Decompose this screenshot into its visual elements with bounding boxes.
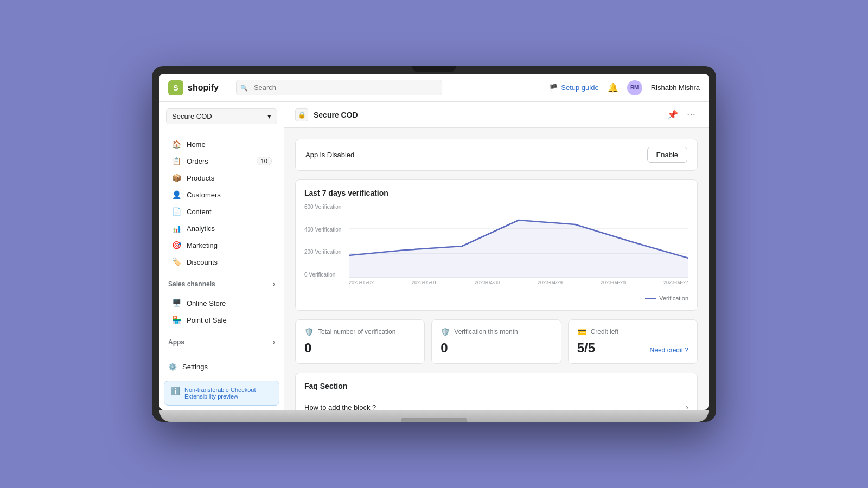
chart-svg [349, 204, 688, 278]
nav-label-products: Products [187, 174, 214, 182]
svg-marker-4 [349, 220, 688, 278]
sidebar-item-content[interactable]: 📄 Content [163, 203, 280, 220]
faq-question-1: How to add the block ? [304, 403, 376, 410]
stat-card-credit: 💳 Credit left 5/5 Need credit ? [568, 319, 698, 364]
nav-label-discounts: Discounts [187, 258, 218, 266]
topnav-right: 🏴 Setup guide 🔔 RM Rishabh Mishra [549, 80, 700, 95]
stat-value-row-credit: 5/5 Need credit ? [577, 341, 688, 356]
logo-icon: S [168, 80, 183, 95]
legend-line [645, 298, 656, 299]
need-credit-link[interactable]: Need credit ? [650, 346, 688, 354]
enable-button[interactable]: Enable [647, 147, 687, 163]
stat-card-total: 🛡️ Total number of verification 0 [295, 319, 425, 364]
sidebar-item-settings[interactable]: ⚙️ Settings [159, 357, 284, 376]
stat-label-credit: 💳 Credit left [577, 328, 688, 336]
setup-guide-label: Setup guide [561, 84, 598, 92]
y-label-400: 400 Verification [304, 227, 348, 233]
stat-label-month: 🛡️ Verification this month [441, 328, 552, 336]
disabled-banner: App is Disabled Enable [295, 139, 698, 171]
flag-icon: 🏴 [549, 84, 558, 92]
sidebar-item-customers[interactable]: 👤 Customers [163, 187, 280, 203]
stat-label-text-total: Total number of verification [318, 328, 395, 336]
apps-header: Apps › [159, 333, 284, 348]
stat-value-month: 0 [441, 341, 552, 356]
nav-label-content: Content [187, 208, 212, 216]
sidebar-bottom: ⚙️ Settings ℹ️ Non-transferable Checkout… [159, 357, 284, 410]
nav-label-home: Home [187, 140, 206, 149]
settings-label: Settings [182, 363, 208, 371]
settings-icon: ⚙️ [168, 363, 177, 371]
content-area: 🔒 Secure COD 📌 ⋯ App is Disabled Enable [284, 102, 709, 410]
sidebar-item-discounts[interactable]: 🏷️ Discounts [163, 254, 280, 270]
search-bar-wrap [236, 80, 442, 95]
header-actions: 📌 ⋯ [665, 107, 698, 122]
store-selector-btn[interactable]: Secure COD ▾ [166, 108, 277, 124]
shield-icon-2: 🛡️ [441, 328, 450, 336]
nav-label-customers: Customers [187, 191, 221, 199]
main-layout: Secure COD ▾ 🏠 Home 📋 Orders 10 [159, 102, 709, 410]
chart-y-labels: 600 Verification 400 Verification 200 Ve… [304, 204, 348, 278]
content-body: App is Disabled Enable Last 7 days verif… [284, 128, 709, 410]
logo-text: shopify [188, 83, 219, 93]
stat-card-month: 🛡️ Verification this month 0 [431, 319, 561, 364]
x-label-4: 2023-04-29 [538, 280, 563, 291]
sidebar-item-online-store[interactable]: 🖥️ Online Store [163, 295, 280, 311]
chart-title: Last 7 days verification [304, 189, 688, 197]
orders-icon: 📋 [171, 157, 181, 165]
search-input[interactable] [236, 80, 442, 95]
nav-label-analytics: Analytics [187, 224, 215, 233]
apps-expand-icon[interactable]: › [273, 338, 275, 346]
sidebar-item-products[interactable]: 📦 Products [163, 170, 280, 186]
chart-legend: Verification [304, 295, 688, 301]
content-header-left: 🔒 Secure COD [295, 108, 358, 121]
stat-label-text-credit: Credit left [591, 328, 618, 336]
pos-icon: 🏪 [171, 316, 181, 324]
faq-chevron-1: › [686, 403, 688, 410]
sidebar-item-orders[interactable]: 📋 Orders 10 [163, 153, 280, 169]
discounts-icon: 🏷️ [171, 258, 181, 266]
laptop-bottom [159, 410, 709, 422]
shield-icon-1: 🛡️ [304, 328, 314, 336]
legend-label: Verification [659, 295, 688, 301]
faq-item-1[interactable]: How to add the block ? › [304, 397, 688, 410]
stat-label-total: 🛡️ Total number of verification [304, 328, 416, 336]
faq-card: Faq Section How to add the block ? › Wha… [295, 373, 698, 410]
sidebar-item-marketing[interactable]: 🎯 Marketing [163, 237, 280, 253]
analytics-icon: 📊 [171, 224, 181, 233]
home-icon: 🏠 [171, 140, 181, 149]
disabled-text: App is Disabled [305, 151, 354, 159]
apps-label: Apps [168, 338, 184, 346]
chart-area: 600 Verification 400 Verification 200 Ve… [304, 204, 688, 291]
sidebar-item-pos[interactable]: 🏪 Point of Sale [163, 312, 280, 328]
pin-icon[interactable]: 📌 [665, 107, 680, 122]
more-options-icon[interactable]: ⋯ [685, 107, 698, 122]
nav-section-main: 🏠 Home 📋 Orders 10 📦 Products [159, 131, 284, 275]
info-banner: ℹ️ Non-transferable Checkout Extensibili… [164, 381, 279, 406]
laptop-frame: S shopify 🏴 Setup guide 🔔 RM [152, 66, 716, 422]
user-name: Rishabh Mishra [651, 84, 700, 92]
camera-notch [412, 66, 456, 72]
info-banner-text: Non-transferable Checkout Extensibility … [184, 387, 272, 400]
nav-section-sales: 🖥️ Online Store 🏪 Point of Sale [159, 290, 284, 333]
x-label-2: 2023-05-01 [412, 280, 437, 291]
nav-label-online-store: Online Store [187, 299, 226, 307]
stat-value-credit: 5/5 [577, 341, 595, 356]
y-label-200: 200 Verification [304, 249, 348, 255]
stat-value-total: 0 [304, 341, 416, 356]
sidebar-item-home[interactable]: 🏠 Home [163, 136, 280, 152]
sidebar-item-analytics[interactable]: 📊 Analytics [163, 220, 280, 236]
nav-label-orders: Orders [187, 157, 208, 165]
x-label-5: 2023-04-28 [601, 280, 626, 291]
online-store-icon: 🖥️ [171, 299, 181, 307]
app-icon: 🔒 [295, 108, 308, 121]
app-container: S shopify 🏴 Setup guide 🔔 RM [159, 74, 709, 410]
setup-guide-btn[interactable]: 🏴 Setup guide [549, 84, 598, 92]
chart-x-labels: 2023-05-02 2023-05-01 2023-04-30 2023-04… [349, 280, 688, 291]
bell-icon[interactable]: 🔔 [608, 82, 618, 93]
content-icon: 📄 [171, 207, 181, 216]
nav-label-marketing: Marketing [187, 241, 218, 249]
y-label-600: 600 Verification [304, 204, 348, 210]
expand-icon[interactable]: › [273, 280, 275, 288]
orders-badge: 10 [257, 157, 272, 165]
sales-channels-label: Sales channels [168, 280, 215, 288]
